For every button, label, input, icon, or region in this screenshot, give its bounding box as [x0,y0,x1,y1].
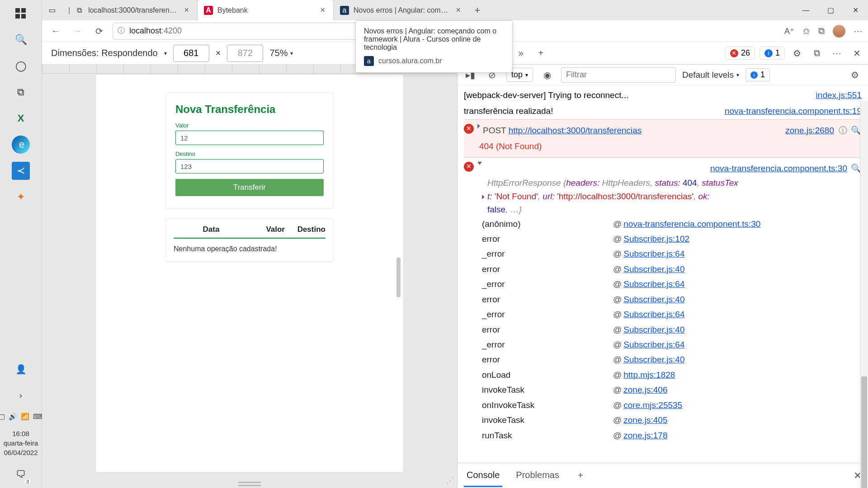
source-link[interactable]: Subscriber.js:102 [623,232,689,245]
expand-caret-icon[interactable] [482,195,485,199]
source-link[interactable]: Subscriber.js:64 [623,277,684,291]
edge-icon[interactable]: e [12,136,30,154]
collapse-caret-icon[interactable] [477,162,482,165]
maximize-button[interactable]: ▢ [818,0,843,20]
source-link[interactable]: Subscriber.js:64 [623,338,684,351]
system-tray[interactable]: ▢🔊📶⌨ [0,413,43,421]
more-tabs-icon[interactable]: » [513,46,528,61]
notifications-icon[interactable]: 🗨3 [12,465,30,483]
stack-frame: (anônimo)@nova-transferencia.component.t… [464,216,862,231]
info-dot-icon: i [764,49,773,57]
console-output[interactable]: [webpack-dev-server] Trying to reconnect… [458,85,868,463]
viewport-scrollbar[interactable] [396,258,401,297]
dock-icon[interactable]: ⧉ [809,46,825,61]
drawer-tab-problems[interactable]: Problemas [513,465,562,487]
errors-badge[interactable]: ✕26 [725,47,755,60]
source-link[interactable]: zone.js:178 [623,429,667,442]
settings-icon[interactable]: ⚙ [789,46,805,61]
info-icon[interactable]: ⓘ [118,26,125,36]
dimensions-label: Dimensões: Respondendo [51,48,158,58]
source-link[interactable]: Subscriber.js:64 [623,247,684,260]
close-tab-icon[interactable]: × [454,5,462,15]
stack-frame: onInvokeTask@core.mjs:25535 [464,398,862,413]
col-valor: Valor [249,225,285,234]
destino-input[interactable] [175,159,324,174]
favorite-icon[interactable]: ✩ [802,26,810,37]
stack-frame: error@Subscriber.js:40 [464,262,862,277]
paint-icon[interactable]: ✦ [12,188,30,206]
source-link[interactable]: Subscriber.js:40 [623,323,684,336]
live-expression-icon[interactable]: ◉ [539,67,555,83]
devtools-menu-icon[interactable]: ⋯ [829,46,844,61]
resize-handle-corner[interactable]: ⋰ [446,475,454,485]
source-link[interactable]: index.js:551 [816,89,862,102]
log-row: transferência realizada! nova-transferen… [464,103,862,119]
profile-avatar[interactable] [833,25,845,38]
tab-actions-icon[interactable]: ▭ [42,0,62,20]
expand-tray-icon[interactable]: › [12,386,30,404]
source-link[interactable]: Subscriber.js:40 [623,263,684,276]
tab-label: localhost:3000/transferencias [88,6,178,14]
source-link[interactable]: Subscriber.js:40 [623,293,684,306]
cortana-icon[interactable]: ◯ [12,57,30,75]
console-settings-icon[interactable]: ⚙ [847,67,863,83]
source-link[interactable]: zone.js:406 [623,383,667,396]
alura-icon: a [340,6,349,15]
zoom-select[interactable]: 75%▾ [269,48,293,58]
collections-icon[interactable]: ⧉ [818,26,825,36]
page-scrollbar[interactable] [860,101,868,488]
new-tab-icon[interactable]: + [533,46,548,61]
close-window-button[interactable]: ✕ [843,0,868,20]
search-icon[interactable]: 🔍 [12,31,30,49]
log-levels-select[interactable]: Default levels▾ [682,70,739,80]
expand-caret-icon[interactable] [477,124,480,128]
reload-button[interactable]: ⟳ [91,23,107,39]
drawer-tab-console[interactable]: Console [464,465,502,487]
height-input[interactable] [227,45,263,62]
close-devtools-icon[interactable]: ✕ [849,46,864,61]
source-link[interactable]: nova-transferencia.component.ts:19 [725,104,862,117]
filter-input[interactable] [561,67,676,83]
browser-menu-icon[interactable]: ⋯ [854,26,863,37]
source-link[interactable]: http.mjs:1828 [623,368,675,381]
excel-icon[interactable]: X [12,109,30,127]
tab-1[interactable]: A Bytebank × [198,0,333,20]
close-tab-icon[interactable]: × [318,5,327,15]
taskbar-clock[interactable]: 16:08 quarta-feira 06/04/2022 [4,429,38,457]
globe-icon: ⧉ [75,6,84,15]
source-link[interactable]: core.mjs:25535 [623,399,682,412]
source-link[interactable]: nova-transferencia.component.ts:30 [710,162,847,175]
info-badge[interactable]: i1 [760,47,785,60]
drawer-add-tab-icon[interactable]: + [573,468,588,483]
stack-frame: error@Subscriber.js:40 [464,322,862,337]
issues-chip[interactable]: i1 [745,68,770,81]
chevron-down-icon[interactable]: ▾ [164,50,167,56]
source-link[interactable]: nova-transferencia.component.ts:30 [623,217,760,230]
dimension-separator: × [216,48,221,58]
help-icon[interactable]: ⓘ [839,124,847,137]
width-input[interactable] [173,45,209,62]
read-aloud-icon[interactable]: A⁺ [784,26,794,36]
taskview-icon[interactable]: ⧉ [12,83,30,101]
back-button[interactable]: ← [47,23,64,39]
valor-input[interactable] [175,131,324,145]
tab-0[interactable]: | ⧉ localhost:3000/transferencias × [62,0,198,20]
resize-handle-bottom[interactable] [238,482,261,486]
transferir-button[interactable]: Transferir [175,179,324,196]
source-link[interactable]: Subscriber.js:40 [623,353,684,366]
source-link[interactable]: zone.js:2680 [785,124,834,137]
start-button[interactable] [12,5,30,23]
request-url-link[interactable]: http://localhost:3000/transferencias [509,126,642,135]
scrollbar-thumb[interactable] [861,376,867,488]
new-tab-button[interactable]: + [469,0,486,20]
stack-frame: invokeTask@zone.js:405 [464,413,862,427]
people-icon[interactable]: 👤 [12,360,30,378]
minimize-button[interactable]: ― [793,0,818,20]
source-link[interactable]: zone.js:405 [623,413,667,427]
forward-button[interactable]: → [69,23,85,39]
tab-2[interactable]: a Novos erros | Angular: começan × [333,0,469,20]
source-link[interactable]: Subscriber.js:64 [623,308,684,321]
close-tab-icon[interactable]: × [182,5,191,15]
vscode-icon[interactable]: ≺ [12,162,30,180]
device-frame: Nova Transferência Valor Destino Transfe… [96,75,403,472]
